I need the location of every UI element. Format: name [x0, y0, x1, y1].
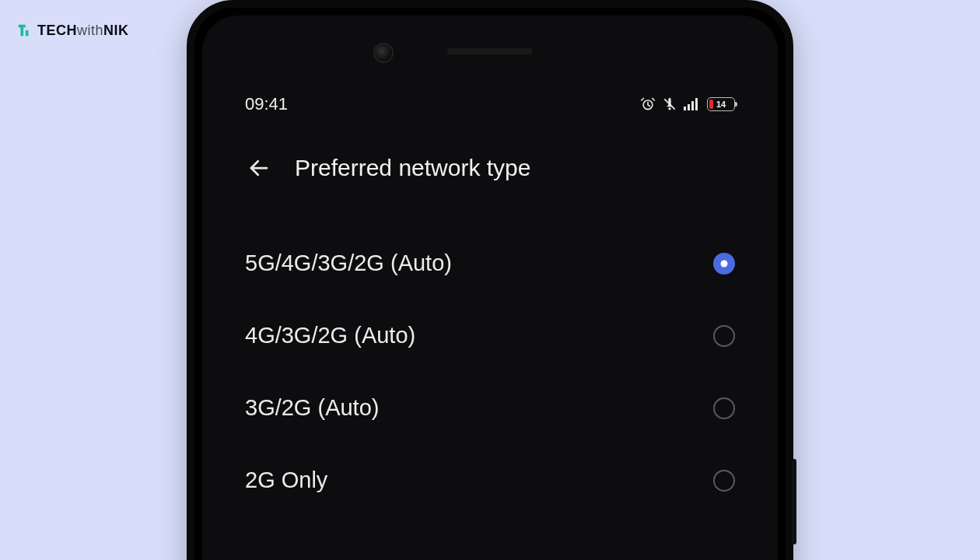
screen-header: Preferred network type [245, 154, 735, 182]
mute-icon [662, 96, 677, 112]
phone-screen: 09:41 [202, 78, 778, 560]
option-label: 3G/2G (Auto) [245, 395, 379, 421]
network-options-list: 5G/4G/3G/2G (Auto) 4G/3G/2G (Auto) 3G/2G… [245, 227, 735, 516]
back-button[interactable] [245, 154, 273, 182]
status-time: 09:41 [245, 94, 288, 114]
phone-bezel: 09:41 [202, 16, 778, 560]
option-label: 4G/3G/2G (Auto) [245, 323, 415, 348]
option-label: 2G Only [245, 467, 327, 493]
battery-icon: 14 [707, 97, 735, 111]
page-title: Preferred network type [295, 155, 530, 181]
arrow-left-icon [247, 156, 271, 180]
network-option-2g-only[interactable]: 2G Only [245, 444, 735, 516]
radio-selected-icon [713, 253, 735, 275]
svg-rect-4 [684, 107, 686, 110]
radio-unselected-icon [713, 397, 735, 419]
alarm-icon [640, 96, 656, 112]
front-camera [373, 43, 394, 63]
option-label: 5G/4G/3G/2G (Auto) [245, 250, 452, 276]
watermark-bold: TECH [37, 23, 77, 38]
status-bar: 09:41 [245, 82, 735, 126]
svg-rect-0 [26, 30, 29, 36]
battery-fill [709, 100, 713, 109]
network-option-3g-auto[interactable]: 3G/2G (Auto) [245, 372, 735, 444]
status-icons: 14 [640, 96, 735, 112]
network-option-4g-auto[interactable]: 4G/3G/2G (Auto) [245, 299, 735, 372]
watermark-logo: TECHwithNIK [16, 22, 129, 39]
svg-point-2 [668, 107, 670, 110]
radio-unselected-icon [713, 470, 735, 492]
network-option-5g-auto[interactable]: 5G/4G/3G/2G (Auto) [245, 227, 735, 299]
svg-rect-6 [691, 101, 694, 110]
signal-icon [684, 97, 701, 111]
watermark-light: with [77, 23, 103, 38]
radio-unselected-icon [713, 325, 735, 347]
phone-frame: 09:41 [187, 0, 793, 560]
watermark-text: TECHwithNIK [37, 23, 129, 39]
battery-percent: 14 [716, 100, 726, 109]
svg-rect-7 [695, 98, 698, 110]
speaker-grille [447, 48, 533, 54]
phone-side-button [792, 459, 796, 544]
watermark-end: NIK [103, 23, 129, 38]
svg-rect-5 [688, 104, 690, 110]
watermark-icon [16, 22, 33, 39]
